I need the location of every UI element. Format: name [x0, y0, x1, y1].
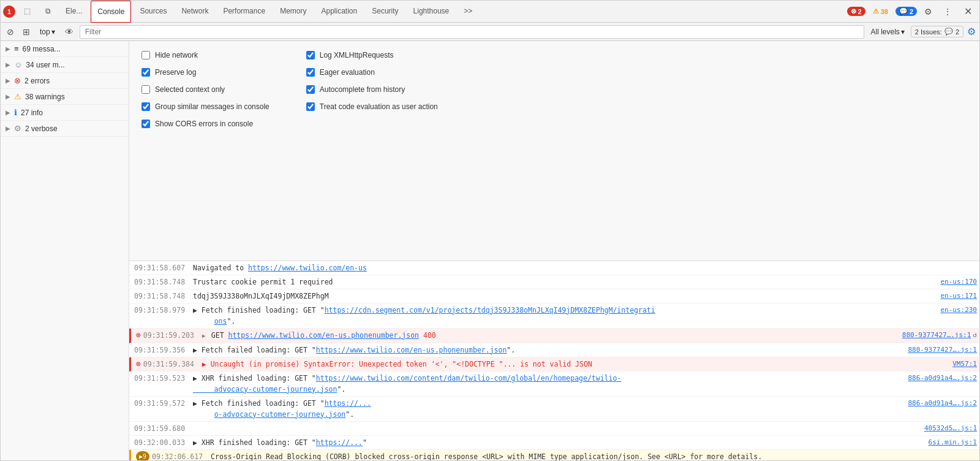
- sidebar-item-errors[interactable]: ▶ ⊗ 2 errors: [1, 73, 129, 89]
- close-button[interactable]: ✕: [959, 4, 977, 18]
- console-gear-icon[interactable]: ⚙: [967, 26, 976, 37]
- log-source[interactable]: en-us:170: [903, 276, 977, 288]
- setting-treat-code: Treat code evaluation as user action: [306, 102, 438, 111]
- log-level-selector[interactable]: All levels ▾: [868, 26, 907, 37]
- timestamp: 09:31:59.356: [134, 345, 189, 356]
- console-line: 09:31:59.356 ▶ Fetch failed loading: GET…: [129, 343, 979, 357]
- filter-input[interactable]: [80, 25, 865, 39]
- fetch-link-3[interactable]: https://...: [325, 399, 371, 408]
- console-settings-icon[interactable]: ⊞: [20, 26, 32, 38]
- log-source[interactable]: 880-9377427….js:1: [903, 345, 977, 356]
- tab-more[interactable]: >>: [458, 1, 478, 23]
- error-icon: ⊗: [851, 7, 856, 15]
- log-source[interactable]: en-us:171: [903, 291, 977, 302]
- tab-security[interactable]: Security: [366, 1, 404, 23]
- arrow-icon-errors: ▶: [6, 77, 10, 84]
- settings-icon[interactable]: ⚙: [921, 6, 936, 18]
- xhr-link[interactable]: https://www.twilio.com/content/dam/twili…: [193, 374, 621, 394]
- eager-eval-checkbox[interactable]: [306, 68, 315, 77]
- more-options-icon[interactable]: ⋮: [940, 6, 956, 18]
- tab-sources[interactable]: Sources: [134, 1, 173, 23]
- info-circle-icon: ℹ: [14, 108, 17, 117]
- log-source[interactable]: VM57:1: [903, 359, 977, 370]
- setting-hide-network: Hide network: [141, 51, 270, 59]
- tab-performance[interactable]: Performance: [217, 1, 271, 23]
- sidebar-item-info[interactable]: ▶ ℹ 27 info: [1, 105, 129, 121]
- log-text: ▶ XHR finished loading: GET "https://...…: [193, 437, 903, 448]
- error-circle-icon-2: ⊗: [136, 359, 141, 370]
- autocomplete-checkbox[interactable]: [306, 85, 315, 94]
- tab-device-icon[interactable]: ⧉: [39, 1, 57, 23]
- setting-group-similar: Group similar messages in console: [141, 102, 270, 111]
- console-line-error-2: ⊗ 09:31:59.384 ▶ Uncaught (in promise) S…: [129, 357, 979, 371]
- sidebar-item-warnings[interactable]: ▶ ⚠ 38 warnings: [1, 89, 129, 105]
- group-similar-checkbox[interactable]: [141, 102, 150, 111]
- console-output: 09:31:58.607 Navigated to https://www.tw…: [129, 261, 979, 461]
- log-source[interactable]: 880-9377427….js:1: [897, 330, 971, 341]
- fetch-link-3b[interactable]: o-advocacy-cutomer-journey.json: [214, 410, 346, 419]
- tab-elements[interactable]: Ele...: [59, 1, 88, 23]
- show-cors-label: Show CORS errors in console: [155, 120, 253, 128]
- hide-network-label: Hide network: [155, 51, 198, 59]
- arrow-icon-warnings: ▶: [6, 93, 10, 100]
- user-icon: ☺: [14, 60, 22, 69]
- tab-inspect-icon[interactable]: ⬚: [18, 1, 37, 23]
- log-source[interactable]: en-us:230: [903, 305, 977, 316]
- tab-lighthouse[interactable]: Lighthouse: [407, 1, 456, 23]
- warning-icon: ⚠: [873, 7, 879, 15]
- log-source[interactable]: 886-a0d91a4….js:2: [903, 398, 977, 409]
- fetch-link-2[interactable]: ons: [214, 317, 227, 326]
- warning-badge[interactable]: ⚠ 38: [869, 7, 892, 16]
- log-level-label: All levels: [870, 28, 899, 36]
- timestamp: 09:32:06.617: [152, 451, 207, 461]
- log-text: ▶ Fetch finished loading: GET "https://.…: [193, 398, 903, 420]
- preserve-log-label: Preserve log: [155, 68, 196, 77]
- log-text: Cross-Origin Read Blocking (CORB) blocke…: [211, 451, 977, 461]
- tab-network[interactable]: Network: [175, 1, 214, 23]
- show-cors-checkbox[interactable]: [141, 120, 150, 128]
- navigated-link[interactable]: https://www.twilio.com/en-us: [248, 264, 367, 272]
- sidebar-item-user[interactable]: ▶ ☺ 34 user m...: [1, 57, 129, 73]
- fetch-link[interactable]: https://cdn.segment.com/v1/projects/tdqj…: [325, 306, 655, 314]
- refresh-icon[interactable]: ↺: [973, 330, 977, 341]
- eye-icon[interactable]: 👁: [62, 26, 76, 38]
- console-sidebar: ▶ ≡ 69 messa... ▶ ☺ 34 user m... ▶ ⊗ 2 e…: [1, 41, 129, 460]
- log-xml-checkbox[interactable]: [306, 51, 315, 59]
- console-line: 09:31:58.748 tdqj3S9J338oMnJLXqI49jDMX8Z…: [129, 289, 979, 303]
- sidebar-warnings-label: 38 warnings: [25, 93, 65, 101]
- issues-toolbar-badge[interactable]: 2 Issues: 💬 2: [911, 26, 963, 37]
- clear-console-icon[interactable]: ⊘: [4, 26, 17, 38]
- log-source[interactable]: 40532d5….js:1: [903, 423, 977, 434]
- treat-code-checkbox[interactable]: [306, 102, 315, 111]
- console-line: 09:31:59.572 ▶ Fetch finished loading: G…: [129, 397, 979, 422]
- context-selector[interactable]: top ▾: [36, 26, 59, 37]
- fetch-failed-link[interactable]: https://www.twilio.com/en-us.phonenumber…: [316, 346, 507, 354]
- log-text: ▶ Fetch failed loading: GET "https://www…: [193, 345, 903, 356]
- tab-console[interactable]: Console: [91, 1, 131, 23]
- log-source[interactable]: 6si.min.js:1: [903, 437, 977, 448]
- issues-toolbar-label: 2 Issues:: [915, 28, 942, 36]
- xhr-link-2[interactable]: https://...: [316, 438, 363, 447]
- error-link[interactable]: https://www.twilio.com/en-us.phonenumber…: [228, 331, 419, 340]
- tab-memory[interactable]: Memory: [274, 1, 312, 23]
- timestamp: 09:32:00.033: [134, 437, 189, 448]
- tab-application[interactable]: Application: [315, 1, 363, 23]
- selected-context-checkbox[interactable]: [141, 85, 150, 94]
- sidebar-item-messages[interactable]: ▶ ≡ 69 messa...: [1, 41, 129, 57]
- issues-badge[interactable]: 💬 2: [895, 7, 917, 16]
- setting-show-cors: Show CORS errors in console: [141, 120, 270, 128]
- hide-network-checkbox[interactable]: [141, 51, 150, 59]
- error-badge[interactable]: ⊗ 2: [847, 7, 865, 16]
- setting-autocomplete: Autocomplete from history: [306, 85, 438, 94]
- console-line-error: ⊗ 09:31:59.203 ▶ GET https://www.twilio.…: [129, 329, 979, 343]
- console-toolbar: ⊘ ⊞ top ▾ 👁 All levels ▾ 2 Issues: 💬 2 ⚙: [1, 23, 979, 41]
- setting-selected-context: Selected context only: [141, 85, 270, 94]
- settings-col-2: Log XMLHttpRequests Eager evaluation Aut…: [306, 51, 438, 251]
- warning-count: 38: [881, 8, 888, 15]
- preserve-log-checkbox[interactable]: [141, 68, 150, 77]
- log-source[interactable]: 886-a0d91a4….js:2: [903, 373, 977, 384]
- issues-count: 2: [910, 8, 913, 15]
- sidebar-item-verbose[interactable]: ▶ ⚙ 2 verbose: [1, 121, 129, 137]
- arrow-icon-messages: ▶: [6, 45, 10, 52]
- arrow-icon-verbose: ▶: [6, 125, 10, 132]
